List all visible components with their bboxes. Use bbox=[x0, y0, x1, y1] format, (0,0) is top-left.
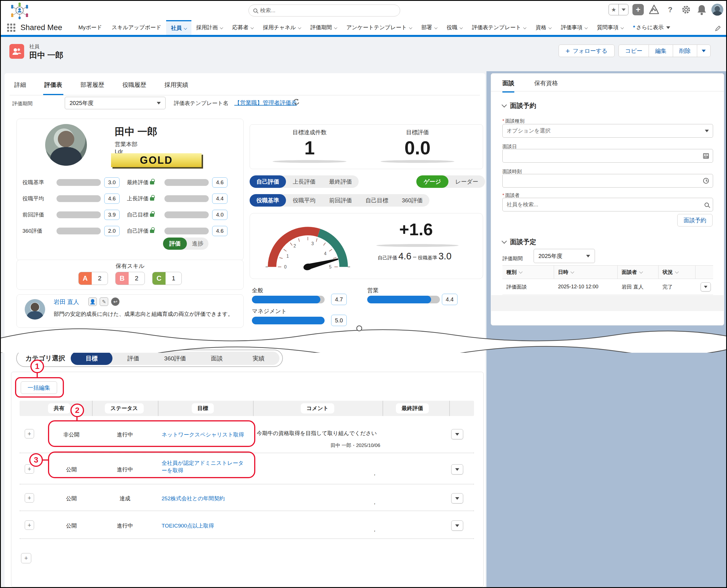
add-goal-button[interactable]: + bbox=[21, 553, 31, 563]
nav-tab-skillup-board[interactable]: スキルアップボード bbox=[107, 20, 166, 35]
follow-button[interactable]: + フォローする bbox=[559, 45, 615, 57]
header-comment[interactable]: コメント bbox=[301, 403, 334, 414]
edit-nav-pencil-icon[interactable] bbox=[715, 25, 721, 31]
edit-note-icon[interactable]: ✎ bbox=[100, 297, 108, 306]
header-goal[interactable]: 目標 bbox=[192, 403, 214, 414]
chevron-down-icon[interactable] bbox=[409, 26, 412, 29]
nav-tab-survey-template[interactable]: アンケートテンプレート bbox=[342, 20, 417, 35]
progress-toggle-button[interactable]: 進捗 bbox=[187, 240, 208, 248]
calendar-icon[interactable] bbox=[703, 153, 709, 159]
header-final-eval[interactable]: 最終評価 bbox=[396, 403, 429, 414]
more-actions-button[interactable] bbox=[697, 45, 710, 57]
interview-type-select[interactable]: オプションを選択 bbox=[502, 124, 713, 138]
clock-icon[interactable] bbox=[703, 178, 709, 184]
toggle-role-average[interactable]: 役職平均 bbox=[286, 197, 322, 204]
skill-badge-b[interactable]: B 2 bbox=[115, 272, 145, 285]
setup-gear-icon[interactable] bbox=[680, 4, 692, 16]
tab-position-history[interactable]: 役職履歴 bbox=[121, 78, 147, 96]
unlock-icon[interactable] bbox=[150, 181, 154, 185]
person-icon[interactable]: 👤 bbox=[88, 297, 97, 306]
tab-details[interactable]: 詳細 bbox=[13, 78, 27, 96]
chevron-down-icon[interactable] bbox=[334, 26, 337, 29]
sync-icon[interactable] bbox=[293, 98, 300, 106]
schedule-period-select[interactable]: 2025年度 bbox=[533, 249, 595, 263]
favorites-button[interactable]: ★ bbox=[609, 4, 628, 15]
toggle-radar[interactable]: レーダー bbox=[448, 178, 485, 186]
eval-toggle-button[interactable]: 評価 bbox=[163, 237, 187, 250]
book-interview-button[interactable]: 面談予約 bbox=[677, 214, 712, 227]
nav-tab-department[interactable]: 部署 bbox=[417, 20, 442, 35]
col-type[interactable]: 種別 bbox=[502, 266, 554, 279]
row-actions-button[interactable] bbox=[451, 493, 463, 503]
global-actions-button[interactable]: + bbox=[632, 4, 644, 15]
toggle-final-eval[interactable]: 最終評価 bbox=[322, 178, 359, 186]
reply-icon[interactable]: ↩ bbox=[111, 297, 120, 306]
copy-button[interactable]: コピー bbox=[619, 45, 649, 57]
nav-tab-question-items[interactable]: 質問事項 bbox=[592, 20, 628, 35]
chevron-down-icon[interactable] bbox=[523, 26, 526, 29]
skill-badge-a[interactable]: A 2 bbox=[78, 272, 108, 285]
chevron-down-icon[interactable] bbox=[250, 26, 254, 29]
notifications-bell-icon[interactable] bbox=[696, 4, 707, 16]
col-datetime[interactable]: 日時 bbox=[554, 266, 618, 279]
interviewer-search-input[interactable]: 社員を検索... bbox=[502, 198, 713, 211]
nav-tab-qualification[interactable]: 資格 bbox=[531, 20, 556, 35]
tab-dept-history[interactable]: 部署履歴 bbox=[79, 78, 105, 96]
nav-tab-eval-period[interactable]: 評価期間 bbox=[306, 20, 342, 35]
header-share[interactable]: 共有 bbox=[48, 403, 70, 414]
nav-tab-myboard[interactable]: Myボード bbox=[74, 20, 107, 35]
col-interviewer[interactable]: 面談者 bbox=[618, 266, 659, 279]
skill-badge-c[interactable]: C 1 bbox=[152, 272, 182, 285]
toggle-manager-eval[interactable]: 上長評価 bbox=[286, 178, 322, 186]
row-actions-button[interactable] bbox=[451, 521, 463, 531]
unlock-icon[interactable] bbox=[150, 197, 154, 201]
guidance-icon[interactable] bbox=[648, 4, 660, 15]
chevron-down-icon[interactable] bbox=[184, 26, 187, 29]
toggle-360-eval[interactable]: 360評価 bbox=[395, 197, 429, 204]
col-status[interactable]: 状況 bbox=[659, 266, 695, 279]
chevron-down-icon[interactable] bbox=[220, 26, 223, 29]
tab-eval-sheet[interactable]: 評価表 bbox=[43, 78, 63, 96]
favorites-dropdown[interactable] bbox=[619, 4, 628, 15]
interview-date-input[interactable] bbox=[502, 149, 713, 163]
nav-tab-applicants[interactable]: 応募者 bbox=[227, 20, 258, 35]
template-link[interactable]: 【営業職】管理者評価表 bbox=[234, 99, 297, 107]
category-results[interactable]: 実績 bbox=[238, 354, 279, 362]
schedule-row[interactable]: 評価面談 2025-12-10 12:00 岩田 直人 完了 bbox=[502, 279, 713, 295]
schedule-section-header[interactable]: 面談予定 bbox=[502, 237, 536, 246]
nav-tab-position[interactable]: 役職 bbox=[442, 20, 467, 35]
commenter-name-link[interactable]: 岩田 直人 bbox=[54, 298, 79, 306]
toggle-gauge[interactable]: ゲージ bbox=[416, 175, 448, 188]
tab-hiring-results[interactable]: 採用実績 bbox=[163, 78, 189, 96]
edit-button[interactable]: 編集 bbox=[649, 45, 673, 57]
app-launcher-icon[interactable] bbox=[7, 24, 15, 32]
global-search-input[interactable]: 検索... bbox=[248, 4, 400, 17]
goal-link[interactable]: TOEIC900点以上取得 bbox=[162, 522, 255, 529]
nav-tab-hiring-channel[interactable]: 採用チャネル bbox=[258, 20, 306, 35]
tab-interview[interactable]: 面談 bbox=[502, 79, 514, 92]
row-actions-button[interactable] bbox=[451, 464, 463, 475]
header-status[interactable]: ステータス bbox=[105, 403, 144, 414]
tab-licenses[interactable]: 保有資格 bbox=[534, 79, 558, 92]
unlock-icon[interactable] bbox=[150, 230, 154, 233]
expand-row-button[interactable]: + bbox=[25, 429, 34, 438]
row-actions-button[interactable] bbox=[701, 282, 711, 291]
interview-time-input[interactable] bbox=[502, 174, 713, 188]
nav-tab-eval-sheet-template[interactable]: 評価表テンプレート bbox=[467, 20, 531, 35]
nav-more-button[interactable]: *さらに表示 bbox=[628, 20, 675, 35]
user-avatar[interactable] bbox=[711, 4, 723, 16]
star-icon[interactable]: ★ bbox=[609, 4, 619, 15]
chevron-down-icon[interactable] bbox=[460, 26, 463, 29]
chevron-down-icon[interactable] bbox=[621, 26, 624, 29]
chevron-down-icon[interactable] bbox=[548, 26, 551, 29]
chevron-down-icon[interactable] bbox=[434, 26, 437, 29]
booking-section-header[interactable]: 面談予約 bbox=[502, 101, 536, 110]
chevron-down-icon[interactable] bbox=[298, 26, 301, 29]
goal-link[interactable]: 252株式会社との年間契約 bbox=[162, 495, 255, 502]
help-button[interactable]: ? bbox=[664, 4, 676, 16]
row-actions-button[interactable] bbox=[451, 429, 463, 439]
chevron-down-icon[interactable] bbox=[584, 26, 588, 29]
unlock-icon[interactable] bbox=[150, 213, 154, 217]
expand-row-button[interactable]: + bbox=[25, 493, 34, 503]
category-360[interactable]: 360評価 bbox=[154, 354, 196, 362]
